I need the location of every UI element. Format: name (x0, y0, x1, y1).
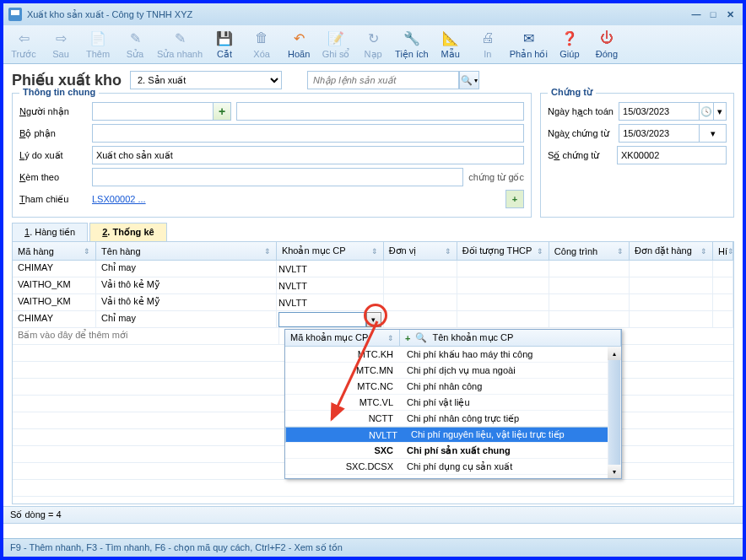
receiver-label: Người nhận (19, 106, 92, 117)
add-receiver-button[interactable]: + (213, 102, 231, 121)
template-icon: 📐 (441, 29, 460, 47)
dropdown-item[interactable]: SXCChi phí sản xuất chung (285, 443, 621, 459)
attach-input[interactable] (92, 168, 463, 186)
ref-link[interactable]: LSX00002 ... (92, 194, 146, 204)
status-bar: F9 - Thêm nhanh, F3 - Tìm nhanh, F6 - ch… (3, 538, 743, 557)
minimize-button[interactable]: — (689, 8, 704, 21)
attach-note: chứng từ gốc (468, 172, 524, 183)
delete-icon: 🗑 (252, 29, 271, 47)
add-button[interactable]: 📄Thêm (83, 29, 113, 59)
dd-col-name: Tên khoản mục CP (432, 332, 513, 343)
acct-date-label: Ngày hạch toán (548, 106, 619, 117)
search-icon: 🔍 (461, 75, 473, 86)
tabs: 1. Hàng tiền 2. Thống kê (3, 223, 743, 241)
scrollbar[interactable]: ▴▾ (608, 347, 621, 478)
doc-date-label: Ngày chứng từ (548, 128, 619, 139)
edit-icon: ✎ (126, 29, 144, 47)
add-ref-button[interactable]: + (505, 190, 524, 208)
type-select[interactable]: 2. Sản xuất (130, 71, 282, 89)
delete-button[interactable]: 🗑Xóa (246, 29, 277, 59)
search-button[interactable]: 🔍▾ (459, 71, 479, 89)
attach-label: Kèm theo (19, 172, 92, 182)
help-icon: ❓ (560, 29, 579, 47)
col-header[interactable]: Công trình⇕ (549, 242, 630, 260)
template-button[interactable]: 📐Mẫu (435, 29, 466, 60)
plus-icon[interactable]: + (405, 333, 410, 343)
tab-thongke[interactable]: 2. Thống kê (89, 223, 166, 241)
doc-no-label: Số chứng từ (548, 150, 617, 161)
col-header[interactable]: Đơn vị⇕ (384, 242, 457, 260)
search-input[interactable] (307, 71, 459, 89)
receiver-code-input[interactable] (92, 102, 214, 121)
dropdown-item[interactable]: SXC.DCSXChi phí dụng cụ sản xuất (285, 459, 621, 475)
doc-no-input[interactable] (617, 146, 727, 164)
dropdown-item[interactable]: NVLTTChi phí nguyên liệu, vật liệu trực … (285, 427, 621, 443)
reload-icon: ↻ (364, 29, 382, 47)
date-dropdown[interactable]: ▾ (714, 102, 727, 121)
maximize-button[interactable]: □ (705, 8, 721, 21)
group-label: Thông tin chung (19, 87, 99, 97)
undo-icon: ↶ (289, 29, 308, 47)
highlight-circle (364, 304, 387, 327)
ref-label: Tham chiếu (19, 194, 92, 205)
search-bar: 🔍▾ (307, 71, 479, 89)
power-icon: ⏻ (597, 29, 616, 47)
arrow-left-icon: ⇦ (14, 29, 33, 47)
group-label: Chứng từ (548, 87, 596, 98)
doc-date-input[interactable] (619, 124, 700, 143)
col-header[interactable]: Khoản mục CP⇕ (277, 242, 384, 260)
feedback-button[interactable]: ✉Phản hồi (510, 29, 548, 60)
tab-hangtien[interactable]: 1. Hàng tiền (12, 223, 88, 241)
receiver-name-input[interactable] (236, 102, 524, 121)
reload-button[interactable]: ↻Nạp (358, 29, 388, 60)
record-icon: 📝 (327, 29, 345, 47)
voucher-group: Chứng từ Ngày hạch toán 🕓 ▾ Ngày chứng t… (540, 93, 734, 218)
annotation-arrow (298, 316, 391, 426)
close-button[interactable]: ✕ (722, 8, 738, 21)
grid-header: Mã hàng⇕Tên hàng⇕Khoản mục CP⇕Đơn vị⇕Đối… (13, 242, 733, 261)
window-title: Xuất kho sản xuất - Công ty TNHH XYZ (27, 9, 192, 20)
table-row[interactable]: CHIMAYChỉ mayNVLTT (13, 261, 733, 277)
print-icon: 🖨 (478, 29, 497, 47)
general-info-group: Thông tin chung Người nhận + Bộ phận Lý … (12, 93, 532, 218)
arrow-right-icon: ⇨ (51, 29, 70, 47)
edit-button[interactable]: ✎Sửa (120, 29, 150, 60)
title-bar: Xuất kho sản xuất - Công ty TNHH XYZ — □… (3, 3, 743, 25)
col-header[interactable]: Hí⇕ (713, 242, 733, 260)
print-button[interactable]: 🖨In (473, 29, 503, 59)
col-header[interactable]: Tên hàng⇕ (96, 242, 277, 260)
svg-line-0 (332, 321, 377, 419)
calendar-button[interactable]: 🕓 (700, 102, 714, 121)
plus-icon: + (512, 194, 517, 204)
mail-icon: ✉ (519, 29, 538, 47)
grid-footer: Số dòng = 4 (3, 506, 743, 523)
table-row[interactable]: VAITHO_KMVải thô kẻ MỹNVLTT (13, 277, 733, 294)
cut-button[interactable]: 💾Cắt (209, 29, 240, 60)
undo-button[interactable]: ↶Hoãn (284, 29, 314, 59)
quick-edit-button[interactable]: ✎Sửa nhanh (157, 29, 203, 60)
reason-label: Lý do xuất (19, 150, 92, 161)
row-count: Số dòng = 4 (10, 509, 62, 520)
utility-icon: 🔧 (403, 29, 421, 47)
save-icon: 💾 (215, 29, 234, 47)
search-icon[interactable]: 🔍 (415, 332, 427, 343)
next-button[interactable]: ⇨Sau (46, 29, 76, 59)
help-button[interactable]: ❓Giúp (554, 29, 585, 59)
dept-label: Bộ phận (19, 128, 92, 139)
record-button[interactable]: 📝Ghi sổ (321, 29, 351, 60)
acct-date-input[interactable] (619, 102, 700, 121)
calendar-icon: 🕓 (700, 106, 712, 117)
page-header: Phiếu xuất kho 2. Sản xuất 🔍▾ (3, 64, 743, 93)
quick-edit-icon: ✎ (170, 29, 189, 47)
doc-add-icon: 📄 (89, 29, 107, 47)
close-tab-button[interactable]: ⏻Đóng (592, 29, 622, 59)
col-header[interactable]: Đối tượng THCP⇕ (457, 242, 549, 260)
dept-input[interactable] (92, 124, 524, 143)
reason-input[interactable]: Xuất cho sản xuất (92, 146, 524, 164)
utility-button[interactable]: 🔧Tiện ích (395, 29, 429, 60)
prev-button[interactable]: ⇦Trước (8, 29, 39, 60)
toolbar: ⇦Trước ⇨Sau 📄Thêm ✎Sửa ✎Sửa nhanh 💾Cắt 🗑… (3, 25, 743, 64)
date-dropdown[interactable]: ▾ (700, 124, 727, 143)
col-header[interactable]: Đơn đặt hàng⇕ (630, 242, 713, 260)
col-header[interactable]: Mã hàng⇕ (13, 242, 96, 260)
